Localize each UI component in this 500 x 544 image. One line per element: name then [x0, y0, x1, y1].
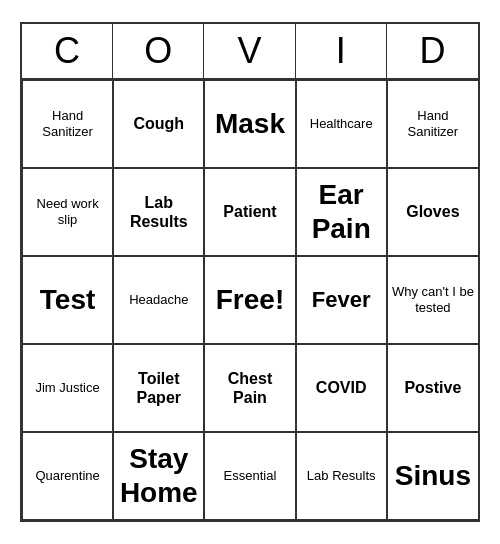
- header-letter-i: I: [296, 24, 387, 78]
- cell-text: Why can't I be tested: [392, 284, 474, 315]
- cell-text: Toilet Paper: [118, 369, 199, 407]
- cell-text: Postive: [404, 378, 461, 397]
- cell-text: Healthcare: [310, 116, 373, 132]
- cell-text: Ear Pain: [301, 178, 382, 245]
- header-letter-v: V: [204, 24, 295, 78]
- cell-text: Lab Results: [307, 468, 376, 484]
- cell-text: Hand Sanitizer: [392, 108, 474, 139]
- cell-r3-c3: COVID: [296, 344, 387, 432]
- cell-text: Jim Justice: [35, 380, 99, 396]
- cell-r2-c4: Why can't I be tested: [387, 256, 478, 344]
- cell-r4-c3: Lab Results: [296, 432, 387, 520]
- cell-r2-c3: Fever: [296, 256, 387, 344]
- cell-r1-c3: Ear Pain: [296, 168, 387, 256]
- cell-text: COVID: [316, 378, 367, 397]
- cell-r3-c2: Chest Pain: [204, 344, 295, 432]
- cell-text: Gloves: [406, 202, 459, 221]
- cell-text: Need work slip: [27, 196, 108, 227]
- cell-r2-c2: Free!: [204, 256, 295, 344]
- header-letter-c: C: [22, 24, 113, 78]
- cell-text: Cough: [133, 114, 184, 133]
- cell-r2-c0: Test: [22, 256, 113, 344]
- cell-text: Test: [40, 283, 96, 317]
- bingo-grid: Hand SanitizerCoughMaskHealthcareHand Sa…: [22, 80, 478, 520]
- cell-r4-c4: Sinus: [387, 432, 478, 520]
- cell-text: Essential: [224, 468, 277, 484]
- cell-r3-c0: Jim Justice: [22, 344, 113, 432]
- cell-text: Hand Sanitizer: [27, 108, 108, 139]
- cell-r1-c4: Gloves: [387, 168, 478, 256]
- cell-r0-c4: Hand Sanitizer: [387, 80, 478, 168]
- cell-text: Fever: [312, 287, 371, 313]
- header-letter-o: O: [113, 24, 204, 78]
- cell-text: Free!: [216, 283, 284, 317]
- cell-r1-c0: Need work slip: [22, 168, 113, 256]
- cell-r0-c1: Cough: [113, 80, 204, 168]
- cell-r3-c1: Toilet Paper: [113, 344, 204, 432]
- cell-r0-c0: Hand Sanitizer: [22, 80, 113, 168]
- cell-r0-c2: Mask: [204, 80, 295, 168]
- cell-text: Stay Home: [118, 442, 199, 509]
- cell-r4-c1: Stay Home: [113, 432, 204, 520]
- header-letter-d: D: [387, 24, 478, 78]
- bingo-header: COVID: [22, 24, 478, 80]
- cell-r3-c4: Postive: [387, 344, 478, 432]
- cell-r2-c1: Headache: [113, 256, 204, 344]
- cell-r4-c2: Essential: [204, 432, 295, 520]
- cell-r1-c1: Lab Results: [113, 168, 204, 256]
- cell-r4-c0: Quarentine: [22, 432, 113, 520]
- cell-text: Headache: [129, 292, 188, 308]
- bingo-card: COVID Hand SanitizerCoughMaskHealthcareH…: [20, 22, 480, 522]
- cell-text: Sinus: [395, 459, 471, 493]
- cell-r1-c2: Patient: [204, 168, 295, 256]
- cell-text: Quarentine: [35, 468, 99, 484]
- cell-r0-c3: Healthcare: [296, 80, 387, 168]
- cell-text: Chest Pain: [209, 369, 290, 407]
- cell-text: Patient: [223, 202, 276, 221]
- cell-text: Mask: [215, 107, 285, 141]
- cell-text: Lab Results: [118, 193, 199, 231]
